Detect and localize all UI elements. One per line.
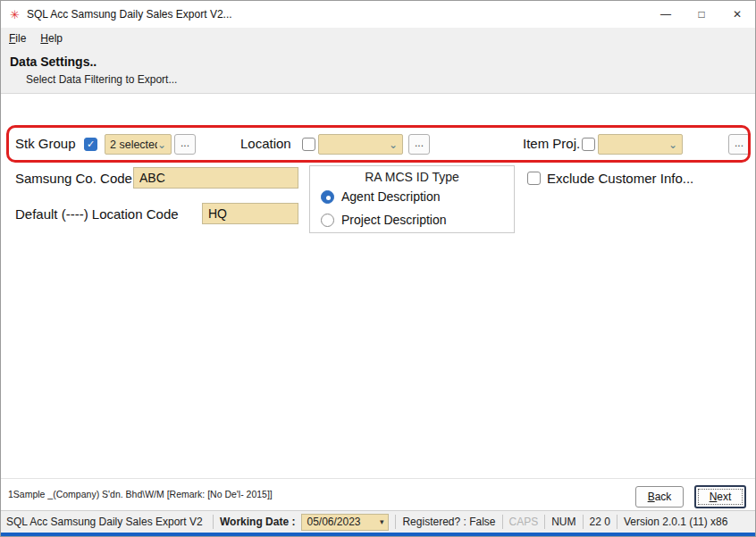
statusbar-app-name: SQL Acc Samsung Daily Sales Export V2 — [6, 516, 206, 528]
back-button-label: Back — [648, 491, 672, 503]
page-subtitle: Select Data Filtering to Export... — [26, 73, 177, 86]
working-date-value: 05/06/2023 — [307, 516, 360, 528]
statusbar-separator — [502, 515, 503, 529]
window-bottom-edge — [1, 533, 755, 537]
location-select[interactable]: ⌄ — [318, 134, 403, 155]
maximize-icon[interactable]: □ — [684, 1, 719, 28]
footer: 1Sample _(Company) S'dn. Bhd\W/M [Remark… — [1, 478, 755, 510]
menu-item-file[interactable]: File — [9, 32, 26, 45]
chevron-down-icon: ⌄ — [668, 139, 677, 150]
location-checkbox[interactable]: ✓ — [302, 138, 315, 151]
samsung-co-code-label: Samsung Co. Code — [15, 171, 132, 186]
window-title: SQL Acc Samsung Daily Sales Export V2... — [27, 8, 232, 21]
status-bar: SQL Acc Samsung Daily Sales Export V2 Wo… — [1, 510, 755, 533]
stk-group-checkbox[interactable]: ✓ — [84, 138, 97, 151]
close-icon[interactable]: ✕ — [719, 1, 755, 28]
radio-project-description[interactable]: Project Description — [321, 213, 447, 227]
caret-down-icon: ▾ — [380, 518, 384, 526]
item-proj-checkbox[interactable]: ✓ — [582, 138, 595, 151]
statusbar-separator — [213, 515, 214, 529]
stk-group-label: Stk Group — [15, 136, 76, 151]
num-lock-indicator: NUM — [551, 516, 575, 528]
menu-item-help[interactable]: Help — [40, 32, 63, 45]
working-date-picker[interactable]: 05/06/2023 ▾ — [301, 514, 389, 531]
page-header: Data Settings.. Select Data Filtering to… — [1, 48, 755, 94]
location-label: Location — [240, 136, 291, 151]
stk-group-browse-button[interactable]: ... — [174, 134, 196, 155]
item-proj-label: Item Proj. — [523, 136, 580, 151]
company-info-text: 1Sample _(Company) S'dn. Bhd\W/M [Remark… — [8, 489, 273, 499]
ra-mcs-id-type-title: RA MCS ID Type — [310, 170, 514, 184]
app-icon: ✳ — [10, 9, 20, 21]
working-date-label: Working Date : — [220, 516, 295, 528]
next-button[interactable]: Next — [694, 485, 746, 508]
statusbar-counter: 22 0 — [590, 516, 610, 528]
exclude-customer-info-label: Exclude Customer Info... — [547, 171, 693, 186]
chevron-down-icon: ⌄ — [389, 139, 398, 150]
stk-group-select[interactable]: 2 selected ⌄ — [105, 134, 172, 155]
check-icon: ✓ — [87, 139, 95, 149]
exclude-customer-info-checkbox[interactable]: ✓ — [527, 172, 541, 185]
registered-status: Registered? : False — [402, 516, 495, 528]
caps-lock-indicator: CAPS — [509, 516, 539, 528]
window-controls: — □ ✕ — [648, 1, 755, 28]
default-location-code-label: Default (----) Location Code — [15, 206, 179, 222]
minimize-icon[interactable]: — — [648, 1, 684, 28]
item-proj-browse-button[interactable]: ... — [728, 134, 750, 155]
location-browse-button[interactable]: ... — [408, 134, 430, 155]
statusbar-separator — [583, 515, 584, 529]
next-button-label: Next — [710, 491, 732, 503]
menu-bar: File Help — [1, 28, 755, 48]
samsung-co-code-input[interactable] — [133, 167, 298, 189]
radio-agent-description[interactable]: Agent Description — [321, 189, 441, 204]
item-proj-select[interactable]: ⌄ — [598, 134, 683, 155]
version-text: Version 2.0.1 (11) x86 — [624, 516, 728, 528]
statusbar-separator — [544, 515, 545, 529]
radio-agent-description-label: Agent Description — [341, 189, 441, 204]
default-location-code-input[interactable] — [202, 203, 298, 224]
ra-mcs-id-type-groupbox: RA MCS ID Type Agent Description Project… — [309, 165, 515, 233]
chevron-down-icon: ⌄ — [157, 139, 166, 150]
app-window: ✳ SQL Acc Samsung Daily Sales Export V2.… — [0, 0, 756, 537]
stk-group-select-value: 2 selected — [110, 138, 157, 151]
radio-icon — [321, 190, 334, 204]
back-button[interactable]: Back — [635, 486, 684, 508]
radio-project-description-label: Project Description — [341, 213, 447, 227]
statusbar-separator — [617, 515, 617, 529]
exclude-customer-info-row[interactable]: ✓ Exclude Customer Info... — [527, 171, 693, 186]
title-bar: ✳ SQL Acc Samsung Daily Sales Export V2.… — [1, 1, 755, 28]
statusbar-separator — [395, 515, 396, 529]
page-title: Data Settings.. — [10, 55, 97, 69]
radio-icon — [321, 214, 334, 227]
